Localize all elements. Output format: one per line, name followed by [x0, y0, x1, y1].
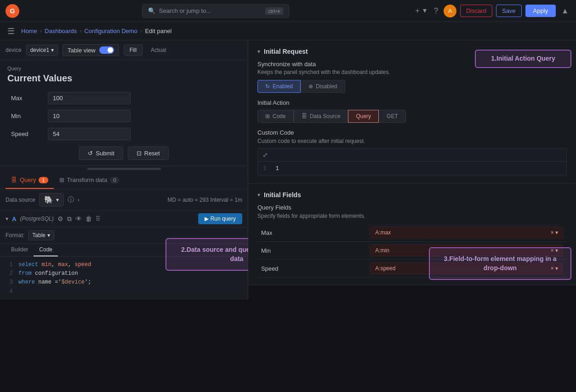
action-btn-get[interactable]: GET [379, 110, 406, 123]
breadcrumb-config[interactable]: Configuration Demo [84, 28, 137, 34]
table-view-switch[interactable] [99, 46, 114, 54]
drag-icon[interactable]: ⠿ [96, 215, 100, 222]
chevron-icon: ▾ [257, 48, 260, 55]
submit-button[interactable]: ↺ Submit [79, 147, 123, 160]
field-select-max[interactable]: A:max × ▾ [370, 227, 563, 239]
code-line-2: 2 from configuration [6, 269, 242, 278]
action-btn-datasource[interactable]: 🗄 Data Source [294, 110, 348, 123]
device-toolbar: device device1 ▾ Table view Fill Actual [0, 40, 248, 60]
custom-code-desc: Custom code to execute after initial req… [257, 138, 567, 144]
tab-transform[interactable]: ⊞ Transform data 0 [54, 172, 125, 189]
initial-request-title: Initial Request [264, 48, 308, 55]
code-box-body: 1 1 [258, 162, 566, 176]
user-avatar[interactable]: A [444, 5, 456, 17]
code-content-3: where name ='$device'; [18, 278, 91, 287]
collapse-button[interactable]: ▾ [6, 216, 8, 222]
table-view-label: Table view [68, 47, 96, 54]
topbar-right: ＋ ▾ ? A Discard Save Apply ▲ [412, 4, 570, 17]
run-query-button[interactable]: ▶ Run query [198, 213, 242, 224]
action-code-label: Code [273, 113, 286, 119]
tab-code[interactable]: Code [34, 244, 58, 256]
code-box-toolbar: ⤢ [258, 148, 566, 162]
add-button[interactable]: ＋ ▾ [412, 4, 428, 17]
field-label-speed: Speed [7, 125, 44, 143]
breadcrumb-home[interactable]: Home [21, 28, 37, 34]
action-btn-code[interactable]: ⊞ Code [257, 110, 294, 123]
form-table: Max Min Speed [7, 89, 240, 143]
code-line-1: 1 select min, max, speed [6, 261, 242, 269]
initial-fields-header[interactable]: ▾ Initial Fields [257, 191, 567, 199]
search-bar[interactable]: 🔍 Search or jump to... ctrl+k [142, 4, 289, 18]
reset-label: Reset [144, 150, 160, 157]
table-row: Max [7, 89, 240, 107]
fill-button[interactable]: Fill [124, 45, 143, 56]
field-input-max[interactable] [48, 92, 131, 104]
tab-builder[interactable]: Builder [6, 244, 34, 256]
code-box-content: 1 [275, 165, 279, 172]
copy-icon[interactable]: ⧉ [67, 215, 72, 223]
field-row-min-label: Min [257, 242, 366, 260]
field-label-min: Min [7, 107, 44, 125]
action-btn-query[interactable]: Query [348, 110, 379, 123]
initial-request-header[interactable]: ▾ Initial Request [257, 48, 567, 55]
initial-action-section: Initial Action ⊞ Code 🗄 Data Source Quer… [257, 99, 567, 123]
reset-button[interactable]: ⊡ Reset [128, 147, 169, 160]
format-select[interactable]: Table ▾ [28, 230, 54, 240]
form-actions: ↺ Submit ⊡ Reset [7, 147, 240, 160]
device-select[interactable]: device1 ▾ [26, 45, 58, 56]
save-button[interactable]: Save [496, 5, 522, 17]
search-shortcut: ctrl+k [265, 7, 283, 15]
scrollbar[interactable] [87, 168, 161, 170]
topbar: G 🔍 Search or jump to... ctrl+k ＋ ▾ ? A … [0, 0, 576, 22]
breadcrumb: ☰ Home › Dashboards › Configuration Demo… [0, 22, 576, 40]
field-select-max-value: A:max [375, 229, 391, 236]
disabled-button[interactable]: ⊗ Disabled [301, 80, 345, 93]
collapse-topbar-button[interactable]: ▲ [559, 5, 570, 17]
device-value: device1 [30, 47, 49, 53]
field-select-speed[interactable]: A:speed × ▾ [370, 262, 563, 274]
help-button[interactable]: ? [432, 5, 440, 17]
breadcrumb-current: Edit panel [145, 28, 171, 34]
expand-icon[interactable]: ⤢ [262, 151, 268, 159]
field-select-min-clear[interactable]: × ▾ [551, 247, 558, 254]
topbar-left: G [6, 4, 19, 18]
query-fields-label: Query Fields [257, 204, 567, 211]
fields-table: Max A:max × ▾ Min [257, 224, 567, 278]
grafana-logo: G [6, 4, 19, 18]
field-select-max-clear[interactable]: × ▾ [551, 229, 558, 236]
table-row: Min [7, 107, 240, 125]
tab-query[interactable]: 🗄 Query 1 [6, 172, 54, 189]
enabled-label: Enabled [273, 83, 293, 90]
apply-button[interactable]: Apply [525, 5, 556, 17]
action-datasource-label: Data Source [310, 113, 341, 119]
code-content-1: select min, max, speed [18, 261, 91, 269]
enabled-button[interactable]: ↻ Enabled [257, 80, 301, 93]
help-icon[interactable]: ⓘ [68, 196, 74, 204]
field-input-speed[interactable] [48, 128, 131, 140]
right-panel-wrapper: ▾ Initial Request Synchronize with data … [248, 40, 576, 392]
preview-area: Query Current Values Max Min Speed [0, 60, 248, 166]
discard-button[interactable]: Discard [460, 5, 492, 17]
actual-button[interactable]: Actual [147, 45, 170, 55]
custom-code-section: Custom Code Custom code to execute after… [257, 129, 567, 176]
sep3: › [140, 28, 142, 34]
field-select-min[interactable]: A:min × ▾ [370, 244, 563, 256]
search-icon: 🔍 [148, 7, 155, 14]
trash-icon[interactable]: 🗑 [86, 215, 92, 222]
initial-fields-title: Initial Fields [264, 191, 301, 199]
hamburger-menu[interactable]: ☰ [7, 26, 15, 36]
tab-query-badge: 1 [39, 177, 48, 183]
current-values-title: Current Values [7, 73, 240, 84]
field-input-min[interactable] [48, 110, 131, 122]
datasource-icon: 🗄 [302, 113, 307, 119]
eye-icon[interactable]: 👁 [75, 215, 82, 222]
field-select-speed-clear[interactable]: × ▾ [551, 265, 558, 272]
datasource-button[interactable]: 🐘 ▾ [39, 193, 64, 206]
initial-request-section: ▾ Initial Request Synchronize with data … [248, 40, 576, 184]
query-detail-row: ▾ A (PostgreSQL) ⚙ ⧉ 👁 🗑 ⠿ ▶ Run query [0, 210, 248, 227]
database-icon: 🗄 [11, 176, 17, 183]
breadcrumb-dashboards[interactable]: Dashboards [45, 28, 77, 34]
disabled-label: Disabled [316, 83, 337, 90]
settings-icon[interactable]: ⚙ [57, 215, 63, 222]
field-select-speed-value: A:speed [375, 265, 395, 272]
